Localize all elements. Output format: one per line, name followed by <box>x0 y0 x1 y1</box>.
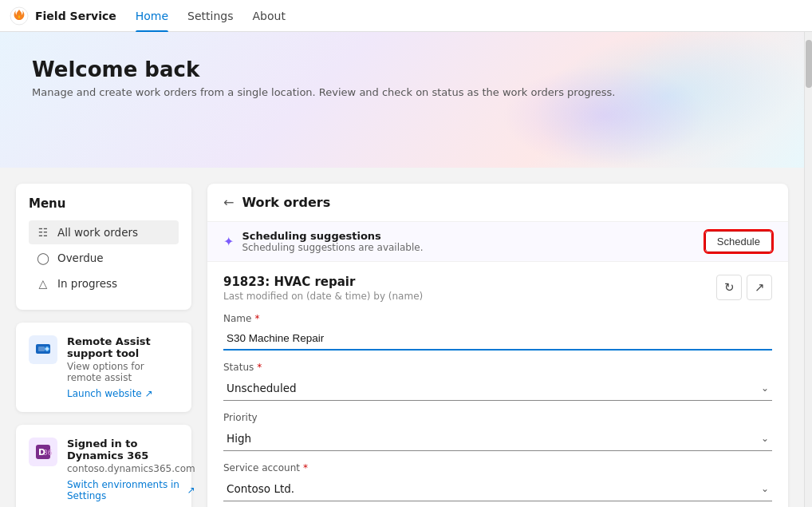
wo-header: 91823: HVAC repair Last modified on (dat… <box>223 275 772 302</box>
open-external-button[interactable]: ↗ <box>747 275 772 300</box>
nav-home[interactable]: Home <box>126 0 178 32</box>
wo-title: 91823: HVAC repair <box>223 275 423 289</box>
dynamics-title: Signed in to Dynamics 365 <box>67 438 195 461</box>
progress-icon: △ <box>37 277 49 290</box>
schedule-button[interactable]: Schedule <box>705 231 772 252</box>
field-priority-label: Priority <box>223 412 772 423</box>
field-name: Name * <box>223 313 772 351</box>
panel-title: Work orders <box>242 195 330 210</box>
dynamics-link[interactable]: Switch environments in Settings ↗ <box>67 479 195 501</box>
remote-assist-body: Remote Assist support tool View options … <box>67 335 179 399</box>
status-chevron-icon: ⌄ <box>761 382 769 394</box>
priority-select[interactable]: High ⌄ <box>223 426 772 451</box>
refresh-icon: ↻ <box>724 280 735 295</box>
menu-card: Menu ☷ All work orders ◯ Overdue △ In pr… <box>16 184 191 310</box>
menu-item-in-progress[interactable]: △ In progress <box>29 271 179 295</box>
scheduling-desc: Scheduling suggestions are available. <box>242 242 423 253</box>
external-link-icon-2: ↗ <box>187 485 195 496</box>
nav-links: Home Settings About <box>126 0 295 32</box>
field-status-label: Status * <box>223 362 772 373</box>
service-account-chevron-icon: ⌄ <box>761 483 769 494</box>
top-nav: Field Service Home Settings About <box>0 0 812 32</box>
scheduling-banner: ✦ Scheduling suggestions Scheduling sugg… <box>207 222 788 262</box>
main-wrapper: Field Service Home Settings About Welcom… <box>0 0 812 507</box>
menu-item-all-work-orders[interactable]: ☷ All work orders <box>29 220 179 244</box>
dynamics-desc: contoso.dynamics365.com <box>67 463 195 474</box>
menu-item-label-all: All work orders <box>57 226 138 239</box>
scrollbar-thumb[interactable] <box>806 40 812 88</box>
nav-settings[interactable]: Settings <box>178 0 242 32</box>
remote-assist-link[interactable]: Launch website ↗ <box>67 388 179 399</box>
remote-assist-icon-bg <box>29 335 57 364</box>
dynamics-icon-bg: D 365 <box>29 438 57 466</box>
scheduling-title: Scheduling suggestions <box>242 230 423 242</box>
wo-actions: ↻ ↗ <box>716 275 772 300</box>
open-external-icon: ↗ <box>755 280 765 295</box>
work-orders-panel: ← Work orders ✦ Scheduling suggestions S… <box>207 184 788 507</box>
name-input[interactable] <box>223 327 772 351</box>
service-account-select[interactable]: Contoso Ltd. ⌄ <box>223 477 772 501</box>
panel-header: ← Work orders <box>207 184 788 222</box>
remote-assist-desc: View options for remote assist <box>67 361 179 383</box>
wo-subtitle: Last modified on (date & time) by (name) <box>223 291 423 302</box>
scheduling-left: ✦ Scheduling suggestions Scheduling sugg… <box>223 230 424 253</box>
field-service-account: Service account * Contoso Ltd. ⌄ <box>223 462 772 501</box>
dynamics-body: Signed in to Dynamics 365 contoso.dynami… <box>67 438 195 501</box>
required-star-name: * <box>254 313 259 324</box>
menu-item-overdue[interactable]: ◯ Overdue <box>29 246 179 270</box>
status-select[interactable]: Unscheduled ⌄ <box>223 376 772 401</box>
list-icon: ☷ <box>37 226 49 239</box>
work-order-form: 91823: HVAC repair Last modified on (dat… <box>207 262 788 507</box>
menu-title: Menu <box>29 196 179 211</box>
nav-about[interactable]: About <box>243 0 295 32</box>
scheduling-texts: Scheduling suggestions Scheduling sugges… <box>242 230 423 253</box>
content-area: Menu ☷ All work orders ◯ Overdue △ In pr… <box>0 168 804 507</box>
remote-assist-title: Remote Assist support tool <box>67 335 179 359</box>
hero-title: Welcome back <box>32 57 772 81</box>
logo-icon <box>10 6 29 26</box>
field-priority: Priority High ⌄ <box>223 412 772 451</box>
required-star-status: * <box>257 362 262 373</box>
menu-item-label-progress: In progress <box>57 277 117 290</box>
scrollbar-track[interactable] <box>804 32 812 507</box>
scheduling-sparkle-icon: ✦ <box>223 234 234 249</box>
svg-text:365: 365 <box>43 449 52 457</box>
priority-chevron-icon: ⌄ <box>761 433 769 444</box>
sidebar: Menu ☷ All work orders ◯ Overdue △ In pr… <box>16 184 191 507</box>
field-service-account-label: Service account * <box>223 462 772 473</box>
field-status: Status * Unscheduled ⌄ <box>223 362 772 401</box>
field-name-label: Name * <box>223 313 772 324</box>
external-link-icon: ↗ <box>145 388 153 399</box>
menu-item-label-overdue: Overdue <box>57 252 104 264</box>
overdue-icon: ◯ <box>37 252 49 264</box>
remote-assist-card: Remote Assist support tool View options … <box>16 323 191 412</box>
nav-brand: Field Service <box>35 10 116 22</box>
dynamics-icon: D 365 <box>34 443 52 461</box>
wo-header-texts: 91823: HVAC repair Last modified on (dat… <box>223 275 423 302</box>
svg-rect-2 <box>38 347 45 351</box>
hero-subtitle: Manage and create work orders from a sin… <box>32 86 772 98</box>
dynamics-card: D 365 Signed in to Dynamics 365 contoso.… <box>16 425 191 507</box>
hero-banner: Welcome back Manage and create work orde… <box>0 32 804 168</box>
nav-logo: Field Service <box>10 6 116 26</box>
back-button[interactable]: ← <box>223 195 234 210</box>
required-star-service: * <box>303 462 308 473</box>
refresh-button[interactable]: ↻ <box>716 275 742 300</box>
remote-assist-icon <box>34 341 52 358</box>
